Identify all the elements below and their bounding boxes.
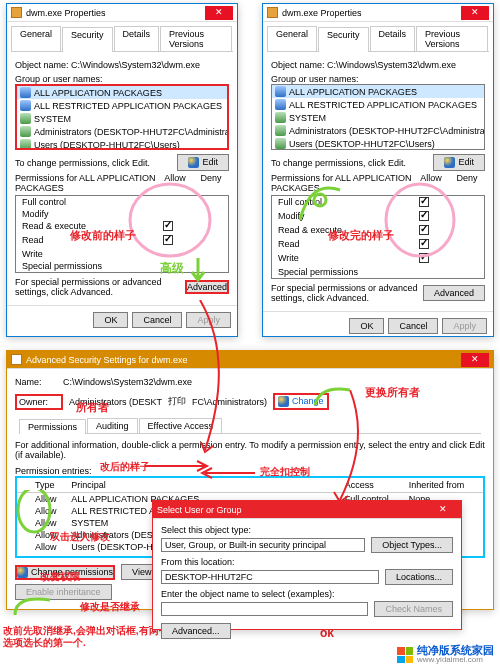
print-text: 打印 — [168, 395, 186, 408]
apply-button[interactable]: Apply — [186, 312, 231, 328]
tab-general[interactable]: General — [11, 26, 61, 51]
group-icon — [275, 99, 286, 110]
allow-check — [163, 235, 173, 245]
col-principal: Principal — [67, 478, 340, 493]
group-item[interactable]: ALL APPLICATION PACKAGES — [289, 87, 417, 97]
tab-general[interactable]: General — [267, 26, 317, 51]
tab-effective[interactable]: Effective Access — [139, 418, 222, 433]
change-permissions-button[interactable]: Change permissions — [15, 565, 115, 580]
allow-check — [419, 253, 429, 263]
adv-hint: For special permissions or advanced sett… — [271, 283, 423, 303]
group-item[interactable]: ALL RESTRICTED APPLICATION PACKAGES — [34, 101, 222, 111]
group-icon — [275, 125, 286, 136]
check-names-button[interactable]: Check Names — [374, 601, 453, 617]
adv-hint: For special permissions or advanced sett… — [15, 277, 185, 297]
shield-icon — [444, 157, 455, 168]
loc-input[interactable] — [161, 570, 379, 584]
object-types-button[interactable]: Object Types... — [371, 537, 453, 553]
group-icon — [275, 112, 286, 123]
brand-url: www.yidaimei.com — [417, 655, 494, 665]
perm-for-label: Permissions for ALL APPLICATION PACKAGES — [15, 173, 157, 193]
perm-name: Full control — [22, 197, 150, 207]
advanced-button[interactable]: Advanced — [423, 285, 485, 301]
group-item[interactable]: SYSTEM — [34, 114, 71, 124]
titlebar: dwm.exe Properties ✕ — [7, 4, 237, 22]
shield-icon — [188, 157, 199, 168]
group-list[interactable]: ALL APPLICATION PACKAGES ALL RESTRICTED … — [271, 84, 485, 150]
name-value: C:\Windows\System32\dwm.exe — [63, 377, 192, 387]
allow-check — [419, 211, 429, 221]
group-list[interactable]: ALL APPLICATION PACKAGES ALL RESTRICTED … — [15, 84, 229, 150]
objtype-input[interactable] — [161, 538, 365, 552]
name-label: Enter the object name to select (example… — [161, 589, 335, 599]
group-item[interactable]: ALL RESTRICTED APPLICATION PACKAGES — [289, 100, 477, 110]
perm-name: Write — [278, 253, 406, 265]
group-item[interactable]: SYSTEM — [289, 113, 326, 123]
perm-list: Full control Modify Read & execute Read … — [15, 195, 229, 273]
group-item[interactable]: Administrators (DESKTOP-HHUT2FC\Administ… — [34, 127, 229, 137]
objname-value: C:\Windows\System32\dwm.exe — [327, 60, 456, 70]
group-item[interactable]: ALL APPLICATION PACKAGES — [34, 88, 162, 98]
perm-name: Modify — [22, 209, 150, 219]
allow-col: Allow — [413, 173, 449, 193]
name-label: Name: — [15, 377, 63, 387]
group-label: Group or user names: — [15, 74, 229, 84]
perm-name: Modify — [278, 211, 406, 223]
col-inherited: Inherited from — [405, 478, 483, 493]
tab-details[interactable]: Details — [370, 26, 416, 51]
cancel-button[interactable]: Cancel — [388, 318, 438, 334]
change-link[interactable]: Change — [292, 396, 324, 406]
close-icon[interactable]: ✕ — [429, 503, 457, 517]
watermark: 纯净版系统家园 www.yidaimei.com — [397, 645, 494, 665]
allow-check — [419, 239, 429, 249]
tab-permissions[interactable]: Permissions — [19, 419, 86, 434]
owner-label: Owner: — [15, 394, 63, 410]
ok-button[interactable]: OK — [93, 312, 128, 328]
ok-button[interactable]: OK — [349, 318, 384, 334]
select-user-dialog: Select User or Group✕ Select this object… — [152, 500, 462, 630]
perm-name: Read & execute — [278, 225, 406, 237]
name-input[interactable] — [161, 602, 368, 616]
advanced-button[interactable]: Advanced — [185, 280, 229, 294]
loc-label: From this location: — [161, 557, 453, 567]
enable-inheritance-button[interactable]: Enable inheritance — [15, 584, 112, 600]
perm-for-label: Permissions for ALL APPLICATION PACKAGES — [271, 173, 413, 193]
group-item[interactable]: Administrators (DESKTOP-HHUT2FC\Administ… — [289, 126, 485, 136]
allow-check — [163, 221, 173, 231]
tab-security[interactable]: Security — [318, 27, 369, 52]
close-icon[interactable]: ✕ — [461, 353, 489, 367]
group-icon — [20, 100, 31, 111]
apply-button[interactable]: Apply — [442, 318, 487, 334]
allow-check — [419, 225, 429, 235]
window-title: Select User or Group — [157, 505, 429, 515]
tab-prev[interactable]: Previous Versions — [160, 26, 232, 51]
group-icon — [20, 113, 31, 124]
group-item[interactable]: Users (DESKTOP-HHUT2FC\Users) — [34, 140, 180, 150]
close-icon[interactable]: ✕ — [461, 6, 489, 20]
close-icon[interactable]: ✕ — [205, 6, 233, 20]
tabstrip: General Security Details Previous Versio… — [11, 26, 233, 52]
properties-window-left: dwm.exe Properties ✕ General Security De… — [6, 3, 238, 337]
cancel-button[interactable]: Cancel — [132, 312, 182, 328]
edit-button[interactable]: Edit — [433, 154, 485, 171]
tab-details[interactable]: Details — [114, 26, 160, 51]
group-item[interactable]: Users (DESKTOP-HHUT2FC\Users) — [289, 139, 435, 149]
objname-label: Object name: — [271, 60, 325, 70]
owner-value: Administrators (DESKT — [69, 397, 162, 407]
window-title: Advanced Security Settings for dwm.exe — [26, 355, 461, 365]
advanced-button[interactable]: Advanced... — [161, 623, 231, 639]
window-title: dwm.exe Properties — [26, 8, 205, 18]
tab-prev[interactable]: Previous Versions — [416, 26, 488, 51]
locations-button[interactable]: Locations... — [385, 569, 453, 585]
tab-auditing[interactable]: Auditing — [87, 418, 138, 433]
group-icon — [20, 126, 31, 137]
perm-name: Read — [278, 239, 406, 251]
properties-window-right: dwm.exe Properties✕ General Security Det… — [262, 3, 494, 337]
allow-check — [419, 197, 429, 207]
app-icon — [11, 354, 22, 365]
edit-button[interactable]: Edit — [177, 154, 229, 171]
change-hint: To change permissions, click Edit. — [15, 158, 177, 168]
tab-security[interactable]: Security — [62, 27, 113, 52]
app-icon — [11, 7, 22, 18]
group-icon — [275, 86, 286, 97]
